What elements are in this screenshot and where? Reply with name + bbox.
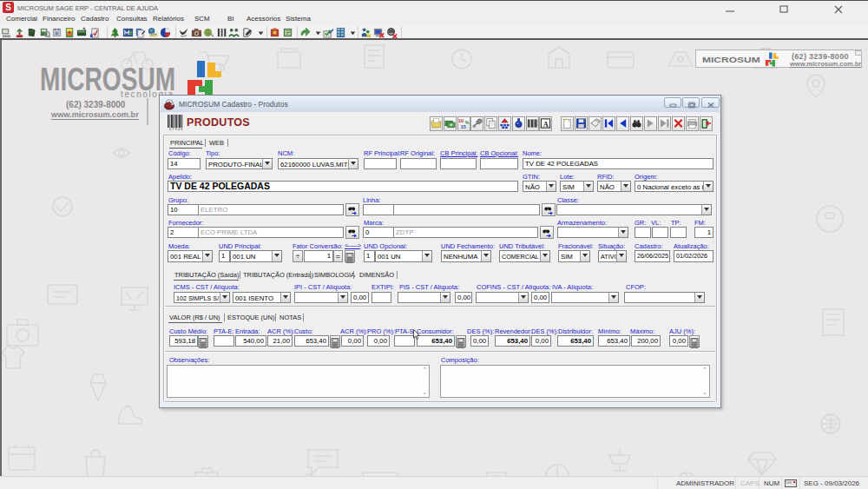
svg-text:0 7 9 4 6: 0 7 9 4 6 (169, 127, 183, 130)
svg-text:10: 10 (458, 118, 464, 123)
svg-text:%: % (464, 120, 469, 125)
svg-text:A: A (543, 121, 549, 129)
